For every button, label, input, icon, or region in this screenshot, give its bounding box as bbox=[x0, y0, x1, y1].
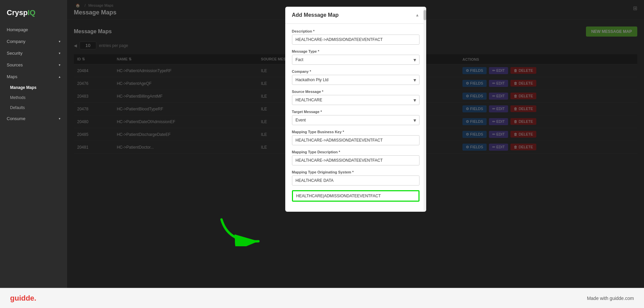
green-arrow-icon bbox=[218, 216, 262, 246]
chevron-down-icon: ▾ bbox=[59, 40, 60, 43]
sidebar-item-defaults[interactable]: Defaults bbox=[0, 103, 67, 113]
sidebar-item-manage-maps[interactable]: Manage Maps bbox=[0, 83, 67, 93]
source-message-select-wrapper: HEALTHCARE bbox=[292, 95, 419, 105]
sidebar-sub-item-label: Methods bbox=[10, 95, 26, 100]
chevron-up-icon: ▴ bbox=[59, 75, 60, 79]
company-select[interactable]: Hackathon Pty Ltd bbox=[292, 75, 419, 85]
mapping-type-os-group: Mapping Type Originating System * bbox=[292, 170, 419, 186]
app-logo: CryspIQ bbox=[0, 3, 67, 24]
sidebar-sub-item-label: Manage Maps bbox=[10, 85, 37, 90]
message-type-select[interactable]: Fact Event Reference bbox=[292, 55, 419, 65]
sidebar-item-company[interactable]: Company ▾ bbox=[0, 36, 67, 47]
mapping-type-desc-input[interactable] bbox=[292, 155, 419, 165]
highlighted-input-group bbox=[292, 190, 419, 202]
target-message-label: Target Message * bbox=[292, 110, 419, 114]
sidebar-item-sources[interactable]: Sources ▾ bbox=[0, 59, 67, 71]
logo-accent: IQ bbox=[28, 8, 35, 17]
company-label: Company * bbox=[292, 69, 419, 73]
sidebar-item-label: Company bbox=[7, 39, 26, 44]
modal-scrollbar[interactable] bbox=[424, 7, 426, 212]
mapping-type-desc-label: Mapping Type Description * bbox=[292, 150, 419, 154]
sidebar-item-security[interactable]: Security ▾ bbox=[0, 47, 67, 59]
logo-text: CryspIQ bbox=[7, 8, 36, 17]
sidebar-item-methods[interactable]: Methods bbox=[0, 93, 67, 103]
source-message-select[interactable]: HEALTHCARE bbox=[292, 95, 419, 105]
modal-body: Description * Message Type * Fact Event bbox=[285, 24, 426, 212]
sidebar-item-label: Security bbox=[7, 51, 22, 56]
sidebar-item-label: Homepage bbox=[7, 27, 28, 32]
sidebar-item-maps[interactable]: Maps ▴ bbox=[0, 71, 67, 83]
modal-overlay: Add Message Map ▲ Description * Me bbox=[67, 0, 644, 288]
chevron-down-icon: ▾ bbox=[59, 117, 60, 120]
message-type-group: Message Type * Fact Event Reference bbox=[292, 49, 419, 65]
message-type-select-wrapper: Fact Event Reference bbox=[292, 55, 419, 65]
mapping-type-os-label: Mapping Type Originating System * bbox=[292, 170, 419, 174]
sidebar-sub-item-label: Defaults bbox=[10, 105, 25, 110]
sidebar-item-consume[interactable]: Consume ▾ bbox=[0, 113, 67, 124]
highlighted-input[interactable] bbox=[292, 190, 419, 202]
modal-header: Add Message Map ▲ bbox=[285, 7, 426, 24]
sidebar-item-label: Sources bbox=[7, 62, 23, 67]
target-message-select-wrapper: Event Fact Reference bbox=[292, 115, 419, 125]
sidebar-item-homepage[interactable]: Homepage bbox=[0, 24, 67, 36]
scroll-up-icon: ▲ bbox=[415, 13, 419, 17]
sidebar: CryspIQ Homepage Company ▾ Security ▾ So… bbox=[0, 0, 67, 288]
chevron-down-icon: ▾ bbox=[59, 51, 60, 55]
footer-text: Made with guidde.com bbox=[587, 296, 634, 301]
sidebar-item-label: Consume bbox=[7, 116, 26, 121]
description-input[interactable] bbox=[292, 35, 419, 45]
source-message-label: Source Message * bbox=[292, 90, 419, 94]
mapping-type-desc-group: Mapping Type Description * bbox=[292, 150, 419, 165]
mapping-type-bk-label: Mapping Type Business Key * bbox=[292, 130, 419, 134]
main-content: 🏠 / Message Maps Message Maps Message Ma… bbox=[67, 0, 644, 288]
description-label: Description * bbox=[292, 29, 419, 33]
mapping-type-bk-group: Mapping Type Business Key * bbox=[292, 130, 419, 145]
mapping-type-os-input[interactable] bbox=[292, 175, 419, 186]
target-message-select[interactable]: Event Fact Reference bbox=[292, 115, 419, 125]
mapping-type-bk-input[interactable] bbox=[292, 135, 419, 145]
modal-title: Add Message Map bbox=[292, 12, 339, 18]
arrow-container bbox=[218, 216, 262, 248]
sidebar-item-label: Maps bbox=[7, 74, 17, 79]
add-message-map-modal: Add Message Map ▲ Description * Me bbox=[285, 7, 426, 212]
company-select-wrapper: Hackathon Pty Ltd bbox=[292, 75, 419, 85]
source-message-group: Source Message * HEALTHCARE bbox=[292, 90, 419, 105]
footer-logo: guidde. bbox=[10, 294, 36, 303]
footer: guidde. Made with guidde.com bbox=[0, 288, 644, 308]
company-group: Company * Hackathon Pty Ltd bbox=[292, 69, 419, 85]
chevron-down-icon: ▾ bbox=[59, 63, 60, 67]
message-type-label: Message Type * bbox=[292, 49, 419, 53]
modal-scrollbar-thumb bbox=[424, 10, 426, 20]
target-message-group: Target Message * Event Fact Reference bbox=[292, 110, 419, 125]
description-group: Description * bbox=[292, 29, 419, 45]
